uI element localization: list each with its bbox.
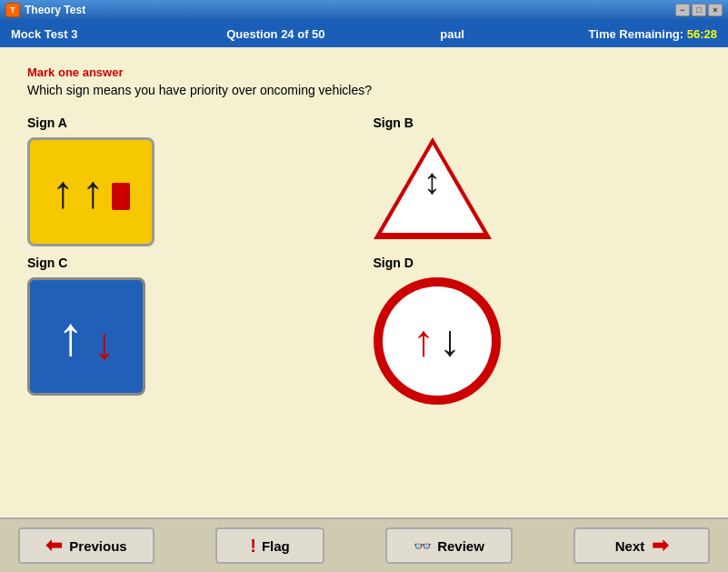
question-info: Question 24 of 50 xyxy=(187,27,364,41)
sign-b-image[interactable]: ↕ xyxy=(374,137,492,246)
sign-d-image[interactable]: ↑ ↓ xyxy=(374,277,501,405)
time-value: 56:28 xyxy=(687,27,717,41)
header-bar: Mock Test 3 Question 24 of 50 paul Time … xyxy=(0,20,728,47)
sign-d-item[interactable]: Sign D ↑ ↓ xyxy=(374,256,702,405)
arrow-up-1-icon: ↑ xyxy=(52,169,75,215)
previous-label: Previous xyxy=(69,538,126,554)
flag-exclamation-icon: ! xyxy=(250,536,256,557)
sign-c-item[interactable]: Sign C ↑ ↓ xyxy=(27,256,355,405)
glasses-icon: 👓 xyxy=(414,537,432,555)
time-label: Time Remaining: xyxy=(589,27,684,41)
sign-d-inner-circle: ↑ ↓ xyxy=(383,286,492,396)
test-name: Mock Test 3 xyxy=(11,27,187,41)
bidirectional-arrows-icon: ↕ xyxy=(424,163,442,199)
next-button[interactable]: Next ➡ xyxy=(573,527,710,564)
sign-b-item[interactable]: Sign B ↕ xyxy=(374,115,702,246)
signs-grid: Sign A ↑ ↑ Sign B ↕ Sign C xyxy=(27,115,701,405)
review-label: Review xyxy=(437,538,484,554)
white-up-arrow-icon: ↑ xyxy=(57,309,85,364)
question-text: Which sign means you have priority over … xyxy=(27,83,701,97)
red-down-arrow-icon: ↓ xyxy=(94,321,116,366)
bottom-bar: ⬅ Previous ! Flag 👓 Review Next ➡ xyxy=(0,517,728,572)
minimize-button[interactable]: − xyxy=(675,4,690,16)
red-up-arrow-icon: ↑ xyxy=(413,319,434,363)
black-down-arrow-icon: ↓ xyxy=(439,319,461,363)
sign-a-image[interactable]: ↑ ↑ xyxy=(27,137,155,246)
close-button[interactable]: × xyxy=(708,4,723,16)
red-rectangle-icon xyxy=(112,183,130,210)
next-arrow-icon: ➡ xyxy=(652,534,668,557)
sign-b-label: Sign B xyxy=(374,115,414,130)
sign-b-arrows: ↕ xyxy=(424,163,442,199)
sign-d-label: Sign D xyxy=(374,256,414,270)
sign-a-label: Sign A xyxy=(27,115,67,130)
main-content: Mark one answer Which sign means you hav… xyxy=(0,47,728,517)
sign-a-arrows: ↑ ↑ xyxy=(52,169,130,215)
flag-button[interactable]: ! Flag xyxy=(215,527,324,564)
title-bar: T Theory Test − □ × xyxy=(0,0,728,20)
previous-arrow-icon: ⬅ xyxy=(45,534,62,557)
app-icon: T xyxy=(5,3,20,17)
user-name: paul xyxy=(364,27,541,41)
arrow-up-2-icon: ↑ xyxy=(82,169,105,215)
sign-a-item[interactable]: Sign A ↑ ↑ xyxy=(27,115,355,246)
previous-button[interactable]: ⬅ Previous xyxy=(18,527,155,564)
window-controls: − □ × xyxy=(675,4,723,16)
review-button[interactable]: 👓 Review xyxy=(385,527,513,564)
sign-c-image[interactable]: ↑ ↓ xyxy=(27,277,145,396)
time-remaining: Time Remaining: 56:28 xyxy=(541,27,717,41)
app-title: Theory Test xyxy=(25,4,85,16)
sign-c-label: Sign C xyxy=(27,256,67,270)
maximize-button[interactable]: □ xyxy=(692,4,706,16)
next-label: Next xyxy=(615,538,645,554)
flag-label: Flag xyxy=(262,538,290,554)
mark-instruction: Mark one answer xyxy=(27,65,701,79)
